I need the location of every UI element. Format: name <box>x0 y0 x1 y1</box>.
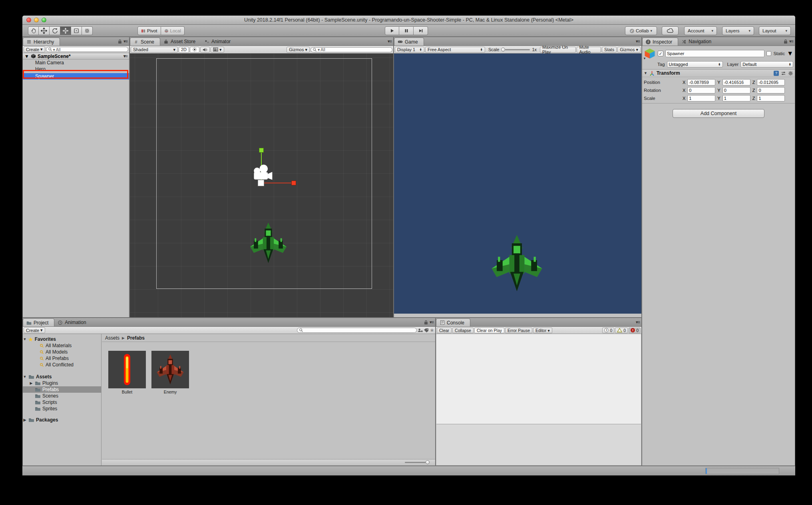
panel-menu-icon[interactable]: ▾≡ <box>789 39 793 44</box>
game-gizmos-dropdown[interactable]: Gizmos▾ <box>617 47 641 53</box>
hierarchy-item-main-camera[interactable]: Main Camera <box>23 60 129 66</box>
minimize-window-button[interactable] <box>34 18 39 22</box>
tab-console[interactable]: Console <box>436 318 470 326</box>
position-z-field[interactable]: -0.012695 <box>757 79 785 85</box>
gameobject-cube-icon[interactable]: ▼ <box>644 48 656 60</box>
gizmo-center-handle[interactable] <box>258 180 264 186</box>
aspect-ratio-dropdown[interactable]: Free Aspect▲▼ <box>425 47 485 53</box>
info-count-toggle[interactable]: ! 0 <box>602 328 614 333</box>
rect-tool-button[interactable] <box>71 26 82 35</box>
scene-root-row[interactable]: ▼ SampleScene* ▾≡ <box>23 53 129 60</box>
scale-y-field[interactable]: 1 <box>722 95 750 101</box>
scene-search-input[interactable]: ▾ All <box>310 47 392 52</box>
lock-icon[interactable] <box>424 320 428 325</box>
favorites-root[interactable]: ▼ ★ Favorites <box>23 336 101 342</box>
display-dropdown[interactable]: Display 1▲▼ <box>395 47 424 53</box>
zoom-window-button[interactable] <box>42 18 46 22</box>
scale-tool-button[interactable] <box>60 26 71 35</box>
toggle-2d-button[interactable]: 2D <box>179 47 189 53</box>
cloud-button[interactable] <box>662 26 679 35</box>
assets-root[interactable]: ▼ Assets <box>23 374 101 380</box>
favorite-all-models[interactable]: All Models <box>23 349 101 355</box>
transform-combined-tool-button[interactable] <box>82 26 93 35</box>
camera-gizmo-icon[interactable] <box>253 164 273 181</box>
tab-hierarchy[interactable]: Hierarchy <box>23 38 60 46</box>
tab-asset-store[interactable]: Asset Store <box>160 38 201 46</box>
lock-icon[interactable] <box>784 39 788 44</box>
lock-icon[interactable] <box>118 39 122 44</box>
console-log-list[interactable] <box>436 334 641 424</box>
foldout-triangle-icon[interactable]: ▼ <box>23 337 27 341</box>
folder-sprites[interactable]: Sprites <box>23 406 101 412</box>
asset-enemy[interactable]: Enemy <box>151 351 189 394</box>
local-toggle-button[interactable]: Local <box>161 26 185 35</box>
clear-on-play-button[interactable]: Clear on Play <box>474 328 504 333</box>
gear-icon[interactable] <box>788 71 793 76</box>
rotation-y-field[interactable]: 0 <box>722 87 750 93</box>
chevron-down-icon[interactable]: ▼ <box>787 50 793 57</box>
favorites-star-icon[interactable]: ★ <box>430 327 434 333</box>
pause-button[interactable] <box>399 26 414 35</box>
search-by-label-icon[interactable] <box>424 328 429 332</box>
collapse-button[interactable]: Collapse <box>452 328 474 333</box>
step-button[interactable] <box>414 26 428 35</box>
panel-menu-icon[interactable]: ▾≡ <box>636 39 640 44</box>
folder-scenes[interactable]: Scenes <box>23 393 101 399</box>
warning-count-toggle[interactable]: 0 <box>615 328 628 333</box>
panel-menu-icon[interactable]: ▾≡ <box>123 54 127 59</box>
scene-effects-dropdown[interactable]: ▾ <box>211 47 224 53</box>
close-window-button[interactable] <box>26 18 31 22</box>
help-icon[interactable]: ? <box>774 71 779 76</box>
title-bar[interactable]: Unity 2018.2.14f1 Personal (64bit) - Sam… <box>22 16 795 25</box>
tab-project[interactable]: Project <box>23 318 54 326</box>
scale-z-field[interactable]: 1 <box>757 95 785 101</box>
pivot-toggle-button[interactable]: Pivot <box>137 26 161 35</box>
scene-gizmos-dropdown[interactable]: Gizmos▾ <box>287 47 310 53</box>
clear-button[interactable]: Clear <box>437 328 452 333</box>
editor-dropdown[interactable]: Editor▾ <box>533 328 552 333</box>
scale-x-field[interactable]: 1 <box>687 95 715 101</box>
presets-icon[interactable] <box>781 71 786 76</box>
folder-plugins[interactable]: ▶ Plugins <box>23 380 101 386</box>
hero-ship-sprite[interactable] <box>249 223 288 264</box>
panel-menu-icon[interactable]: ▾≡ <box>123 39 127 44</box>
game-scale-slider[interactable] <box>501 48 530 52</box>
gameobject-name-field[interactable]: Spawner <box>665 50 764 57</box>
hand-tool-button[interactable] <box>28 26 39 35</box>
tab-inspector[interactable]: i Inspector <box>642 38 678 46</box>
active-checkbox[interactable]: ✓ <box>658 51 663 56</box>
transform-component-header[interactable]: ▼ Transform ? <box>642 69 795 77</box>
foldout-triangle-icon[interactable]: ▶ <box>29 381 33 385</box>
breadcrumb-assets[interactable]: Assets <box>105 335 119 341</box>
hierarchy-item-spawner[interactable]: Spawner <box>23 73 129 80</box>
game-viewport[interactable] <box>394 54 641 314</box>
collab-button[interactable]: ✓ Collab▾ <box>625 26 657 35</box>
rotation-z-field[interactable]: 0 <box>757 87 785 93</box>
folder-scripts[interactable]: Scripts <box>23 399 101 406</box>
scene-lighting-button[interactable] <box>190 47 199 53</box>
project-search-input[interactable] <box>297 328 417 333</box>
hierarchy-create-button[interactable]: Create▾ <box>24 46 45 52</box>
asset-bullet[interactable]: Bullet <box>108 351 146 394</box>
foldout-triangle-icon[interactable]: ▼ <box>644 71 647 75</box>
panel-menu-icon[interactable]: ▾≡ <box>388 39 392 44</box>
search-by-type-icon[interactable] <box>418 328 423 332</box>
packages-root[interactable]: ▶ Packages <box>23 417 101 423</box>
position-x-field[interactable]: -0.087859 <box>687 79 715 85</box>
tab-game[interactable]: Game <box>394 38 424 46</box>
gizmo-y-handle[interactable] <box>259 148 264 153</box>
panel-menu-icon[interactable]: ▾≡ <box>430 320 434 325</box>
tab-animator[interactable]: Animator <box>201 38 236 46</box>
move-tool-button[interactable] <box>39 26 50 35</box>
thumbnail-size-slider[interactable] <box>405 460 430 464</box>
panel-menu-icon[interactable]: ▾≡ <box>636 320 640 325</box>
hierarchy-search-input[interactable]: ▾ All <box>46 47 128 52</box>
favorite-all-conflicted[interactable]: All Conflicted <box>23 362 101 368</box>
tab-animation[interactable]: Animation <box>54 318 92 326</box>
play-button[interactable] <box>385 26 399 35</box>
favorite-all-materials[interactable]: All Materials <box>23 342 101 349</box>
maximize-on-play-button[interactable]: Maximize On Play <box>540 47 576 53</box>
error-pause-button[interactable]: Error Pause <box>505 328 532 333</box>
hierarchy-item-hero[interactable]: Hero <box>23 66 129 72</box>
tab-scene[interactable]: # Scene <box>130 38 160 46</box>
